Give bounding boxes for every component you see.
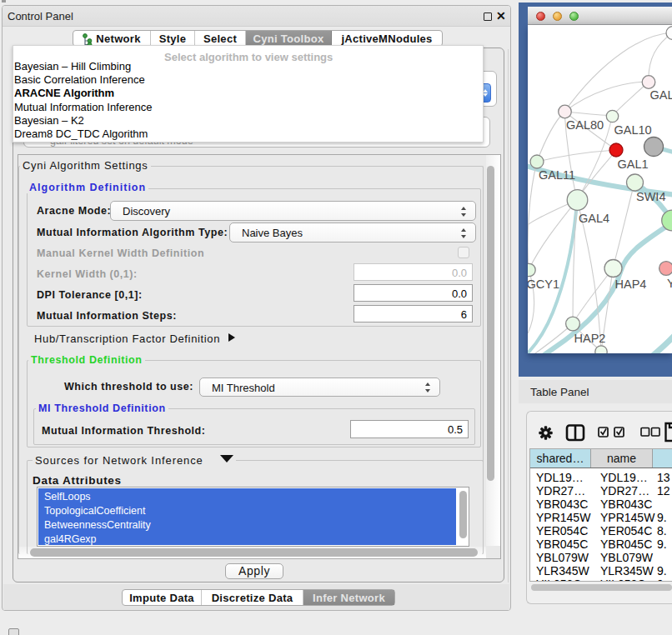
svg-text:GAL10: GAL10 — [614, 123, 652, 137]
svg-text:SWI4: SWI4 — [636, 190, 665, 203]
svg-text:HAP4: HAP4 — [615, 278, 647, 291]
svg-text:GAL11: GAL11 — [539, 168, 575, 182]
svg-text:GAL4: GAL4 — [579, 212, 609, 225]
svg-text:GCY1: GCY1 — [528, 278, 559, 291]
svg-text:GAL1: GAL1 — [618, 158, 649, 171]
svg-text:HAP2: HAP2 — [574, 332, 606, 345]
svg-text:GAL: GAL — [650, 88, 672, 102]
svg-text:Y: Y — [667, 277, 672, 290]
svg-text:GAL80: GAL80 — [566, 118, 604, 132]
